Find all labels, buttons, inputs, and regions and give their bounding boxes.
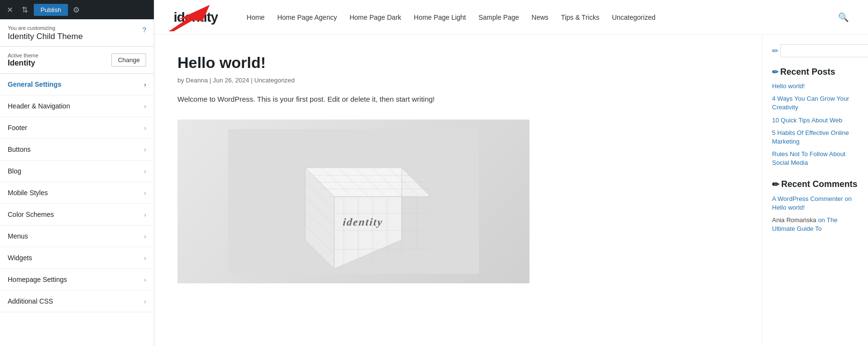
menu-item-label-menus: Menus	[8, 232, 28, 240]
customizer-panel: ✕ ⇅ Publish ⚙ You are customizing Identi…	[0, 0, 154, 346]
close-button[interactable]: ✕	[4, 3, 16, 16]
menu-item-label-general-settings: General Settings	[8, 80, 61, 88]
chevron-right-icon: ›	[144, 189, 146, 197]
recent-post-social-media-rules[interactable]: Rules Not To Follow About Social Media	[772, 150, 858, 167]
chevron-right-icon: ›	[144, 211, 146, 218]
menu-item-mobile-styles[interactable]: Mobile Styles›	[0, 182, 154, 204]
nav-item-home-page-agency[interactable]: Home Page Agency	[277, 13, 337, 21]
recent-comments-pencil-icon: ✏	[772, 179, 779, 190]
toggle-view-button[interactable]: ⇅	[19, 3, 31, 16]
menu-item-menus[interactable]: Menus›	[0, 226, 154, 247]
nav-item-news[interactable]: News	[531, 13, 548, 21]
customizer-topbar: ✕ ⇅ Publish ⚙	[0, 0, 154, 19]
nav-item-sample-page[interactable]: Sample Page	[478, 13, 519, 21]
nav-item-uncategorized[interactable]: Uncategorized	[612, 13, 655, 21]
active-theme-name: Identity	[8, 59, 39, 67]
main-content: Hello world! by Deanna | Jun 26, 2024 | …	[154, 35, 762, 346]
chevron-right-icon: ›	[144, 168, 146, 175]
menu-item-footer[interactable]: Footer›	[0, 117, 154, 139]
customizing-info: You are customizing Identity Child Theme…	[0, 19, 154, 47]
content-wrapper: Hello world! by Deanna | Jun 26, 2024 | …	[154, 35, 868, 346]
menu-item-widgets[interactable]: Widgets›	[0, 247, 154, 269]
sidebar-search-section: ✏ Search	[772, 44, 858, 57]
chevron-right-icon: ›	[144, 254, 146, 262]
help-icon[interactable]: ?	[142, 26, 146, 34]
chevron-right-icon: ›	[144, 233, 146, 240]
recent-post-quick-tips-web[interactable]: 10 Quick Tips About Web	[772, 116, 858, 125]
recent-post-grow-creativity[interactable]: 4 Ways You Can Grow Your Creativity	[772, 94, 858, 112]
menu-item-header-navigation[interactable]: Header & Navigation›	[0, 95, 154, 117]
chevron-right-icon: ›	[144, 146, 146, 153]
gear-button[interactable]: ⚙	[71, 3, 81, 16]
active-theme-section: Active theme Identity Change	[0, 47, 154, 74]
customizing-label: You are customizing	[8, 25, 83, 31]
main-area: identity HomeHome Page AgencyHome Page D…	[154, 0, 868, 346]
svg-text:identity: identity	[342, 216, 383, 228]
recent-posts-list: Hello world!4 Ways You Can Grow Your Cre…	[772, 82, 858, 168]
recent-post-habits-marketing[interactable]: 5 Habits Of Effective Online Marketing	[772, 129, 858, 146]
post-meta: by Deanna | Jun 26, 2024 | Uncategorized	[177, 77, 739, 84]
nav-item-home-page-dark[interactable]: Home Page Dark	[350, 13, 401, 21]
chevron-right-icon: ›	[144, 298, 146, 305]
chevron-right-icon: ›	[144, 81, 146, 88]
nav-item-home-page-light[interactable]: Home Page Light	[414, 13, 466, 21]
post-title: Hello world!	[177, 54, 739, 72]
post-excerpt: Welcome to WordPress. This is your first…	[177, 93, 739, 105]
site-logo: identity	[174, 10, 218, 25]
sidebar: ✏ Search ✏ Recent Posts Hello world!4 Wa…	[762, 35, 868, 346]
recent-posts-section-title: ✏ Recent Posts	[772, 67, 858, 77]
menu-item-label-homepage-settings: Homepage Settings	[8, 276, 67, 283]
post-image: identity	[177, 120, 529, 283]
box-illustration: identity	[228, 129, 479, 274]
menu-item-general-settings[interactable]: General Settings›	[0, 74, 154, 95]
recent-comments-list: A WordPress Commenter on Hello world!Ani…	[772, 195, 858, 234]
sidebar-search-input[interactable]	[780, 44, 868, 57]
menu-item-label-footer: Footer	[8, 124, 27, 132]
menu-item-label-widgets: Widgets	[8, 254, 32, 262]
change-theme-button[interactable]: Change	[111, 53, 146, 67]
menu-item-additional-css[interactable]: Additional CSS›	[0, 291, 154, 312]
search-icon[interactable]: 🔍	[838, 12, 849, 23]
recent-posts-pencil-icon: ✏	[772, 67, 778, 77]
menu-item-label-buttons: Buttons	[8, 146, 30, 153]
menu-item-label-additional-css: Additional CSS	[8, 297, 53, 305]
menu-item-label-blog: Blog	[8, 167, 21, 175]
menu-item-blog[interactable]: Blog›	[0, 160, 154, 182]
menu-item-label-mobile-styles: Mobile Styles	[8, 189, 48, 197]
recent-comment-1: A WordPress Commenter on Hello world!	[772, 195, 858, 212]
publish-button[interactable]: Publish	[34, 4, 68, 16]
active-theme-label: Active theme	[8, 53, 39, 58]
menu-item-label-color-schemes: Color Schemes	[8, 211, 54, 218]
menu-item-homepage-settings[interactable]: Homepage Settings›	[0, 269, 154, 291]
site-header: identity HomeHome Page AgencyHome Page D…	[154, 0, 868, 35]
nav-item-tips-tricks[interactable]: Tips & Tricks	[561, 13, 599, 21]
recent-post-hello-world[interactable]: Hello world!	[772, 82, 858, 91]
nav-item-home[interactable]: Home	[247, 13, 265, 21]
chevron-right-icon: ›	[144, 124, 146, 132]
sidebar-search-pencil-icon: ✏	[772, 46, 778, 55]
comment-author-link-1[interactable]: A WordPress Commenter	[772, 195, 843, 202]
chevron-right-icon: ›	[144, 103, 146, 110]
site-nav: HomeHome Page AgencyHome Page DarkHome P…	[247, 13, 656, 21]
recent-comments-section-title: ✏ Recent Comments	[772, 179, 858, 190]
menu-item-color-schemes[interactable]: Color Schemes›	[0, 204, 154, 226]
customizer-menu: General Settings›Header & Navigation›Foo…	[0, 74, 154, 312]
menu-item-label-header-navigation: Header & Navigation	[8, 102, 70, 110]
chevron-right-icon: ›	[144, 276, 146, 283]
recent-comment-2: Ania Romańska on The Ultimate Guide To	[772, 216, 858, 233]
customizing-theme-name: Identity Child Theme	[8, 32, 83, 41]
comment-post-link-2[interactable]: on The Ultimate Guide To	[772, 216, 838, 232]
menu-item-buttons[interactable]: Buttons›	[0, 139, 154, 160]
